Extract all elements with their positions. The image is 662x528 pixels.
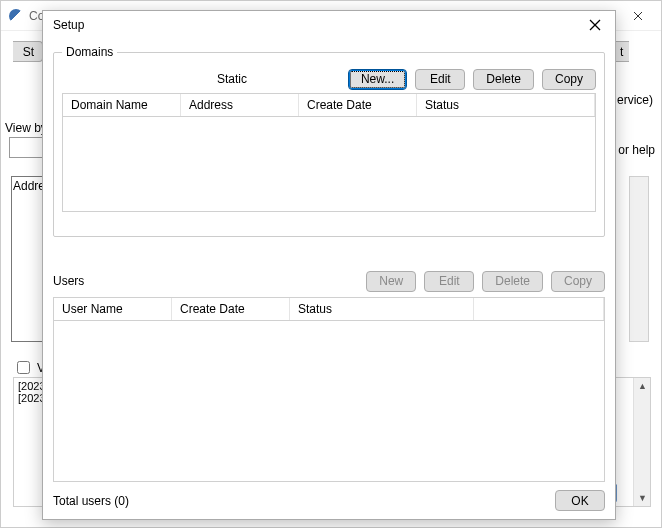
view-by-label: View by [5, 121, 47, 135]
col-domain-name[interactable]: Domain Name [63, 94, 181, 116]
partial-button-left[interactable]: St [13, 41, 43, 62]
domain-copy-button[interactable]: Copy [542, 69, 596, 90]
domains-table-header: Domain Name Address Create Date Status [63, 94, 595, 117]
address-label-fragment: Addre [13, 179, 45, 193]
col-user-name[interactable]: User Name [54, 298, 172, 320]
user-copy-button[interactable]: Copy [551, 271, 605, 292]
domain-new-button[interactable]: New... [348, 69, 407, 90]
scroll-up-icon[interactable]: ▲ [638, 381, 647, 391]
service-label-fragment: ervice) [617, 93, 653, 107]
help-text-fragment: or help [618, 143, 655, 157]
setup-body: Domains Static New... Edit Delete Copy D… [43, 39, 615, 519]
users-table-body[interactable] [54, 321, 604, 481]
scroll-down-icon[interactable]: ▼ [638, 493, 647, 503]
users-group: Users New Edit Delete Copy User Name Cre… [53, 267, 605, 482]
setup-titlebar: Setup [43, 11, 615, 39]
domains-static-label: Static [217, 72, 247, 86]
setup-title: Setup [53, 18, 84, 32]
setup-dialog: Setup Domains Static New... Edit Delete … [42, 10, 616, 520]
domains-legend: Domains [62, 45, 117, 59]
total-users-label: Total users (0) [53, 494, 129, 508]
right-panel-fragment [629, 176, 649, 342]
users-table-header: User Name Create Date Status [54, 298, 604, 321]
col-status[interactable]: Status [417, 94, 595, 116]
setup-close-button[interactable] [575, 11, 615, 39]
view-by-dropdown[interactable] [9, 137, 45, 158]
close-icon [589, 19, 601, 31]
domain-edit-button[interactable]: Edit [415, 69, 465, 90]
log-scrollbar[interactable]: ▲ ▼ [633, 378, 650, 506]
col-user-create-date[interactable]: Create Date [172, 298, 290, 320]
domain-delete-button[interactable]: Delete [473, 69, 534, 90]
user-new-button[interactable]: New [366, 271, 416, 292]
user-delete-button[interactable]: Delete [482, 271, 543, 292]
ok-button[interactable]: OK [555, 490, 605, 511]
view-checkbox[interactable] [17, 361, 30, 374]
users-legend: Users [53, 274, 84, 288]
close-button[interactable] [615, 1, 661, 31]
domains-table[interactable]: Domain Name Address Create Date Status [62, 93, 596, 212]
col-user-status[interactable]: Status [290, 298, 474, 320]
col-address[interactable]: Address [181, 94, 299, 116]
address-panel [11, 176, 45, 342]
domains-toolbar: Static New... Edit Delete Copy [62, 65, 596, 93]
users-toolbar: Users New Edit Delete Copy [53, 267, 605, 295]
col-create-date[interactable]: Create Date [299, 94, 417, 116]
users-table[interactable]: User Name Create Date Status [53, 297, 605, 482]
col-user-blank[interactable] [474, 298, 604, 320]
user-edit-button[interactable]: Edit [424, 271, 474, 292]
domains-table-body[interactable] [63, 117, 595, 211]
setup-footer: Total users (0) OK [53, 490, 605, 511]
app-icon [9, 9, 23, 23]
domains-group: Domains Static New... Edit Delete Copy D… [53, 45, 605, 237]
